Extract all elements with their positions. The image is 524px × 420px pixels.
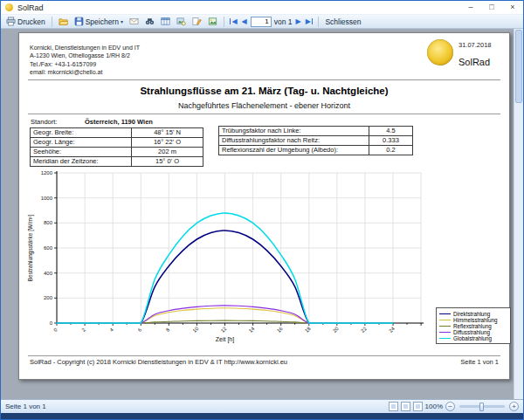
legend-item: Direktstrahlung (439, 311, 507, 317)
print-button[interactable]: Drucken (4, 16, 47, 28)
nav-first-button[interactable]: ◀ (229, 17, 238, 25)
svg-text:12: 12 (220, 326, 228, 334)
separator (318, 17, 319, 27)
row-label: Diffusstrahlungsfaktor nach Reitz: (219, 136, 369, 146)
standort-value: Österreich, 1190 Wien (85, 118, 153, 126)
sender-line: email: mkornicki@chello.at (30, 68, 140, 76)
zoom-slider-thumb[interactable] (479, 403, 484, 411)
svg-text:Bestrahlungsstärke [W/m²]: Bestrahlungsstärke [W/m²] (27, 215, 34, 282)
table-icon (161, 17, 170, 26)
row-label: Trübungsfaktor nach Linke: (219, 127, 369, 136)
svg-text:0: 0 (50, 320, 53, 326)
search-button[interactable] (143, 16, 156, 28)
page-number-input[interactable] (251, 17, 272, 27)
zoom-out-button[interactable]: − (445, 402, 455, 411)
picture-icon (208, 17, 217, 26)
row-value: 16° 22' O (132, 138, 203, 148)
legend-swatch (439, 332, 451, 333)
table-row: Reflexionszahl der Umgebung (Albedo):0.2 (219, 146, 413, 155)
row-value: 202 m (132, 148, 203, 157)
zoom-slider[interactable] (459, 405, 505, 408)
report-subtitle: Nachgeführtes Flächenelement - ebener Ho… (19, 101, 509, 110)
solrad-sun-logo (427, 39, 453, 65)
email-button[interactable] (128, 16, 141, 28)
svg-text:0: 0 (52, 327, 59, 333)
background-button[interactable] (206, 16, 219, 28)
row-value: 15° 0' O (132, 157, 203, 167)
pencil-icon (192, 17, 202, 26)
report-date: 31.07.2018 (458, 41, 492, 49)
svg-text:18: 18 (304, 326, 312, 334)
solrad-brand-text: SolRad (458, 57, 490, 67)
footer-page-number: Seite 1 von 1 (460, 358, 499, 366)
title-bar: SolRad – □ × (1, 1, 523, 14)
close-preview-button[interactable]: Schliessen (323, 16, 362, 28)
envelope-icon (129, 17, 139, 26)
svg-text:800: 800 (44, 220, 53, 225)
legend-label: Diffusstrahlung (453, 329, 490, 335)
close-button[interactable]: × (502, 1, 523, 14)
legend-item: Reflexstrahlung (439, 323, 507, 329)
row-label: Reflexionszahl der Umgebung (Albedo): (219, 146, 369, 155)
row-label: Geogr. Breite: (31, 128, 132, 138)
svg-text:22: 22 (360, 326, 368, 334)
table-row: Meridian der Zeitzone:15° 0' O (31, 157, 203, 167)
legend-swatch (439, 313, 451, 314)
row-label: Seehöhe: (31, 148, 132, 157)
window-title: SolRad (17, 3, 44, 12)
svg-text:6: 6 (137, 327, 143, 333)
table-row: Trübungsfaktor nach Linke:4.5 (219, 127, 413, 136)
zoom-in-button[interactable]: + (509, 402, 519, 411)
save-label: Speichern (86, 17, 119, 26)
print-label: Drucken (17, 17, 45, 26)
statusbar-page-info: Seite 1 von 1 (5, 403, 46, 410)
nav-prev-button[interactable]: ◀ (241, 17, 248, 25)
chevron-down-icon[interactable]: ▾ (121, 18, 123, 24)
separator (224, 17, 224, 27)
legend-label: Direktstrahlung (453, 311, 490, 317)
app-sun-icon[interactable] (5, 3, 13, 11)
svg-text:600: 600 (44, 245, 53, 251)
row-label: Meridian der Zeitzone: (31, 157, 132, 167)
scrollbar-thumb[interactable] (515, 30, 522, 103)
columns-button[interactable] (159, 16, 172, 28)
page-of-label: von 1 (274, 17, 293, 26)
sender-block: Kornicki, Dienstleistungen in EDV und IT… (30, 44, 140, 77)
row-value: 48° 15' N (132, 128, 203, 138)
window-controls: – □ × (460, 1, 523, 14)
open-button[interactable] (57, 16, 70, 28)
floppy-disk-icon (74, 17, 84, 26)
nav-next-button[interactable]: ▶ (295, 17, 302, 25)
save-button[interactable]: Speichern ▾ (72, 16, 125, 28)
parameters-table: Trübungsfaktor nach Linke:4.5 Diffusstra… (218, 126, 413, 155)
svg-text:14: 14 (248, 326, 256, 334)
table-row: Seehöhe:202 m (31, 148, 203, 157)
row-value: 0.333 (369, 136, 413, 146)
sender-line: Tel./Fax: +43-1-6157099 (30, 60, 140, 68)
standort-row: Standort: Österreich, 1190 Wien (31, 118, 153, 126)
sender-line: Kornicki, Dienstleistungen in EDV und IT (30, 44, 140, 52)
nav-last-button[interactable]: ▶ (305, 17, 314, 25)
page-width-view-icon[interactable] (413, 402, 423, 411)
location-table: Geogr. Breite:48° 15' N Geogr. Länge:16°… (30, 127, 203, 167)
single-page-view-icon[interactable] (389, 402, 398, 411)
minimize-button[interactable]: – (460, 1, 481, 14)
svg-text:1000: 1000 (41, 196, 53, 201)
printer-icon (6, 17, 16, 26)
sender-line: A-1230 Wien, Othellogasse 1/RH 8/2 (30, 52, 140, 59)
legend-swatch (439, 338, 451, 339)
report-page: 0200400600800100012000246810121416182022… (18, 32, 510, 380)
preview-toolbar: Drucken Speichern ▾ ◀ ◀ (1, 14, 523, 29)
footer-copyright: SolRad - Copyright (c) 2018 Kornicki Die… (30, 358, 287, 366)
legend-label: Himmelsstrahlung (453, 317, 497, 323)
svg-text:1200: 1200 (41, 170, 53, 176)
edit-page-button[interactable] (190, 16, 203, 28)
vertical-scrollbar[interactable] (514, 29, 523, 399)
two-page-view-icon[interactable] (401, 402, 410, 411)
svg-text:200: 200 (44, 295, 53, 300)
table-row: Geogr. Breite:48° 15' N (31, 128, 203, 138)
watermark-button[interactable] (175, 16, 188, 28)
row-value: 0.2 (369, 146, 413, 155)
maximize-button[interactable]: □ (481, 1, 502, 14)
app-window: SolRad – □ × Drucken Speichern ▾ (0, 0, 524, 420)
